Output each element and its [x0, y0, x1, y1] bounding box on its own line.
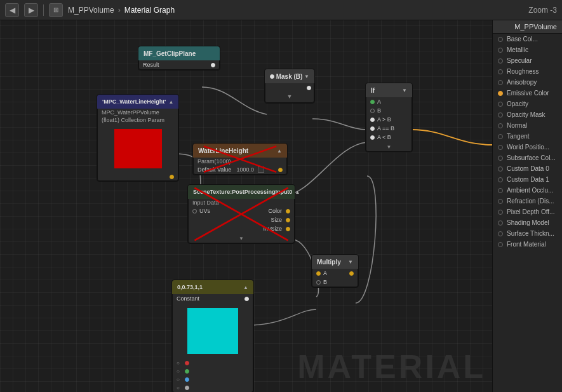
- right-panel-item-17[interactable]: Shading Model: [493, 217, 562, 228]
- node-scene-texture[interactable]: SceneTexture:PostProcessingInput0 ▲ Inpu…: [187, 184, 295, 244]
- pin-mul-a-in[interactable]: [316, 271, 321, 276]
- node-mf-getclipplane[interactable]: MF_GetClipPlane Result: [138, 46, 220, 71]
- mask-dropdown[interactable]: ▼: [304, 74, 309, 79]
- node-multiply[interactable]: Multiply ▼ A B: [311, 254, 359, 288]
- node-header-mf-getclipplane: MF_GetClipPlane: [138, 46, 220, 60]
- pin-if-b-in[interactable]: [370, 109, 375, 113]
- pin-if-aeqb-in[interactable]: [370, 126, 375, 131]
- mpc-collapse[interactable]: ▲: [168, 99, 173, 105]
- right-panel-item-14[interactable]: Ambient Occlu...: [493, 185, 562, 196]
- pin-uvs-in[interactable]: [192, 209, 197, 213]
- node-body-constant: Constant ○ ○ ○ ○: [172, 294, 253, 392]
- right-panel-label-16: Pixel Depth Off...: [507, 208, 554, 215]
- right-panel-item-2[interactable]: Specular: [493, 55, 562, 66]
- right-panel-item-5[interactable]: Emissive Color: [493, 88, 562, 98]
- right-panel-item-18[interactable]: Surface Thickn...: [493, 228, 562, 239]
- forward-button[interactable]: ▶: [24, 3, 38, 17]
- right-panel-item-7[interactable]: Opacity Mask: [493, 109, 562, 120]
- node-mask-b[interactable]: Mask (B) ▼ ▼: [264, 69, 315, 104]
- node-constant-vector[interactable]: 0,0.73,1,1 ▲ Constant ○ ○ ○ ○: [171, 280, 254, 392]
- pin-row-waterline-default: Default Value 1000.0: [194, 165, 286, 174]
- right-panel: M_PPVolume Base Col...MetallicSpecularRo…: [492, 20, 562, 392]
- pin-if-agtb-in[interactable]: [370, 118, 375, 122]
- pin-row-constant: Constant: [173, 294, 253, 303]
- node-header-mpc-waterline: 'MPC_WaterLineHeight' ▲: [97, 95, 178, 109]
- right-panel-dot-5: [498, 91, 503, 96]
- right-panel-item-1[interactable]: Metallic: [493, 44, 562, 55]
- right-panel-item-6[interactable]: Opacity: [493, 98, 562, 109]
- scene-texture-collapse[interactable]: ▲: [295, 189, 300, 195]
- right-panel-dot-10: [498, 145, 503, 150]
- right-panel-label-19: Front Material: [507, 241, 546, 248]
- breadcrumb-parent[interactable]: M_PPVolume: [68, 6, 114, 15]
- pin-a-out[interactable]: [185, 386, 189, 390]
- if-dropdown[interactable]: ▼: [402, 88, 407, 93]
- node-body-mask-b: ▼: [265, 83, 314, 103]
- pin-row-rgb-b: ○: [173, 375, 253, 384]
- right-panel-dot-9: [498, 134, 503, 139]
- pin-constant-out[interactable]: [244, 297, 249, 301]
- pin-row-size: Size: [189, 215, 294, 224]
- node-mpc-waterline[interactable]: 'MPC_WaterLineHeight' ▲ MPC_WaterPPVolum…: [97, 94, 179, 182]
- preview-cyan: [187, 308, 238, 354]
- node-body-waterlineheight: Param(1000) Default Value 1000.0: [193, 158, 287, 175]
- right-panel-item-9[interactable]: Tangent: [493, 131, 562, 142]
- right-panel-item-3[interactable]: Roughness: [493, 66, 562, 77]
- pin-mul-b-in[interactable]: [316, 280, 321, 285]
- right-panel-dot-0: [498, 37, 503, 42]
- pin-result-out[interactable]: [211, 63, 215, 67]
- right-panel-item-0[interactable]: Base Col...: [493, 34, 562, 44]
- back-button[interactable]: ◀: [5, 3, 19, 17]
- pin-color-out[interactable]: [286, 209, 290, 213]
- right-panel-dot-19: [498, 242, 503, 247]
- pin-row-rgb-a: ○: [173, 384, 253, 392]
- node-body-if: A B A > B A == B A < B ▼: [366, 97, 412, 152]
- right-panel-label-5: Emissive Color: [507, 90, 549, 97]
- pin-mask-out[interactable]: [307, 86, 311, 90]
- waterline-collapse[interactable]: ▲: [277, 148, 282, 154]
- pin-waterline-out[interactable]: [278, 168, 283, 172]
- pin-b-out[interactable]: [185, 377, 189, 382]
- right-panel-dot-7: [498, 112, 503, 118]
- right-panel-item-13[interactable]: Custom Data 1: [493, 174, 562, 185]
- waterline-settings-icon[interactable]: [258, 166, 264, 173]
- pin-mpc-out[interactable]: [170, 175, 174, 179]
- pin-row-rgb-g: ○: [173, 367, 253, 375]
- node-if[interactable]: If ▼ A B A > B A == B A < B ▼: [365, 83, 413, 152]
- right-panel-label-6: Opacity: [507, 100, 528, 107]
- right-panel-item-19[interactable]: Front Material: [493, 239, 562, 250]
- pin-row-invsize: InvSize: [189, 224, 294, 233]
- right-panel-item-15[interactable]: Refraction (Dis...: [493, 196, 562, 206]
- right-panel-item-4[interactable]: Anisotropy: [493, 77, 562, 88]
- right-panel-items: Base Col...MetallicSpecularRoughnessAnis…: [493, 34, 562, 250]
- node-body-mf-getclipplane: Result: [138, 60, 220, 70]
- right-panel-label-17: Shading Model: [507, 219, 549, 226]
- mask-expand[interactable]: ▼: [287, 93, 293, 100]
- pin-row-if-b: B: [366, 106, 411, 115]
- pin-g-out[interactable]: [185, 369, 189, 374]
- pin-size-out[interactable]: [286, 218, 290, 222]
- right-panel-item-11[interactable]: Subsurface Col...: [493, 152, 562, 163]
- right-panel-item-12[interactable]: Custom Data 0: [493, 163, 562, 174]
- pin-row-if-altb: A < B: [366, 133, 411, 142]
- scene-texture-expand[interactable]: ▼: [239, 236, 244, 241]
- multiply-dropdown[interactable]: ▼: [348, 259, 353, 265]
- node-header-mask-b: Mask (B) ▼: [265, 69, 314, 83]
- right-panel-label-13: Custom Data 1: [507, 176, 549, 183]
- pin-if-a-in[interactable]: [370, 100, 375, 104]
- zoom-label: Zoom -3: [528, 6, 557, 15]
- constant-collapse[interactable]: ▲: [243, 285, 248, 290]
- right-panel-label-0: Base Col...: [507, 36, 538, 43]
- pin-r-out[interactable]: [185, 361, 189, 365]
- pin-invsize-out[interactable]: [286, 227, 290, 231]
- if-expand[interactable]: ▼: [387, 144, 392, 150]
- right-panel-label-18: Surface Thickn...: [507, 230, 554, 237]
- pin-mul-out[interactable]: [349, 271, 354, 276]
- right-panel-item-16[interactable]: Pixel Depth Off...: [493, 206, 562, 217]
- pin-mask-in[interactable]: [270, 74, 274, 79]
- right-panel-label-12: Custom Data 0: [507, 165, 549, 172]
- right-panel-item-10[interactable]: World Positio...: [493, 142, 562, 152]
- right-panel-item-8[interactable]: Normal: [493, 120, 562, 131]
- node-waterlineheight[interactable]: WaterLineHeight ▲ Param(1000) Default Va…: [192, 143, 288, 175]
- pin-if-altb-in[interactable]: [370, 135, 375, 140]
